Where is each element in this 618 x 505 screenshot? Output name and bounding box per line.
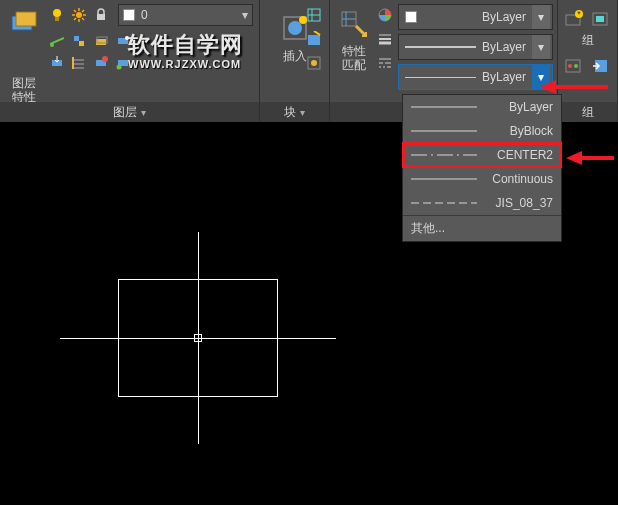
linetype-option-byblock[interactable]: ByBlock bbox=[403, 119, 561, 143]
linetype-option-jis[interactable]: JIS_08_37 bbox=[403, 191, 561, 215]
color-dropdown[interactable]: ByLayer ▾ bbox=[398, 4, 553, 30]
svg-rect-1 bbox=[16, 12, 36, 26]
color-icon[interactable] bbox=[376, 6, 394, 24]
svg-marker-53 bbox=[566, 151, 582, 165]
group-create-icon[interactable]: * bbox=[564, 8, 585, 30]
layer-tool-icon-2[interactable] bbox=[70, 32, 88, 50]
svg-rect-13 bbox=[97, 14, 105, 20]
layers-panel: 0 ▾ bbox=[0, 0, 260, 122]
linetype-icon[interactable] bbox=[376, 54, 394, 72]
layer-tool-icon-6[interactable] bbox=[70, 54, 88, 72]
svg-marker-51 bbox=[540, 80, 556, 94]
svg-point-20 bbox=[125, 36, 129, 40]
layer-tool-icon-8[interactable] bbox=[114, 54, 132, 72]
linetype-option-continuous[interactable]: Continuous bbox=[403, 167, 561, 191]
linetype-option-bylayer[interactable]: ByLayer bbox=[403, 95, 561, 119]
color-swatch bbox=[405, 11, 417, 23]
layer-combo-value: 0 bbox=[141, 8, 148, 22]
layer-freeze-icon[interactable] bbox=[70, 6, 88, 24]
svg-line-10 bbox=[82, 18, 84, 20]
lineweight-icon[interactable] bbox=[376, 30, 394, 48]
svg-rect-15 bbox=[74, 36, 79, 41]
linetype-dropdown[interactable]: ByLayer ▾ bbox=[398, 64, 553, 90]
linetype-option-other[interactable]: 其他... bbox=[403, 215, 561, 241]
svg-line-12 bbox=[82, 10, 84, 12]
svg-point-2 bbox=[53, 9, 61, 17]
group-panel-title[interactable]: 组 bbox=[558, 102, 617, 122]
color-value: ByLayer bbox=[417, 10, 532, 24]
linetype-value: ByLayer bbox=[482, 70, 532, 84]
group-tool-icon-4[interactable] bbox=[591, 55, 612, 77]
svg-rect-22 bbox=[72, 57, 74, 69]
cursor-pickbox bbox=[194, 334, 202, 342]
layer-tool-icon-3[interactable] bbox=[92, 32, 110, 50]
chevron-down-icon: ▾ bbox=[532, 35, 550, 59]
svg-point-28 bbox=[288, 21, 302, 35]
layer-tool-icon-7[interactable] bbox=[92, 54, 110, 72]
lineweight-value: ByLayer bbox=[482, 40, 532, 54]
layer-properties-icon[interactable] bbox=[6, 4, 42, 40]
svg-point-14 bbox=[50, 43, 54, 47]
block-panel: 插入 块▾ bbox=[260, 0, 330, 122]
layers-label-1: 图层 bbox=[6, 76, 42, 90]
svg-point-24 bbox=[102, 56, 108, 62]
chevron-down-icon: ▾ bbox=[242, 8, 248, 22]
svg-point-43 bbox=[574, 64, 578, 68]
chevron-down-icon: ▾ bbox=[300, 107, 305, 118]
block-panel-title[interactable]: 块▾ bbox=[260, 102, 329, 122]
layer-tool-icon-1[interactable] bbox=[48, 32, 66, 50]
linetype-dropdown-popup: ByLayer ByBlock CENTER2 Continuous JIS_0… bbox=[402, 94, 562, 242]
svg-point-33 bbox=[311, 60, 317, 66]
group-tool-icon-2[interactable] bbox=[591, 8, 612, 30]
linetype-option-center2[interactable]: CENTER2 bbox=[403, 143, 561, 167]
layer-tool-icon-4[interactable] bbox=[114, 32, 132, 50]
block-tool-icon-3[interactable] bbox=[305, 54, 323, 72]
props-label-2: 匹配 bbox=[336, 58, 372, 72]
block-tool-icon-2[interactable] bbox=[305, 30, 323, 48]
annotation-arrow-1 bbox=[540, 76, 610, 98]
layer-lock-icon[interactable] bbox=[92, 6, 110, 24]
chevron-down-icon: ▾ bbox=[141, 107, 146, 118]
svg-rect-16 bbox=[79, 41, 84, 46]
annotation-arrow-2 bbox=[566, 147, 616, 169]
layer-color-swatch bbox=[123, 9, 135, 21]
layer-on-icon[interactable] bbox=[48, 6, 66, 24]
group-tool-icon-3[interactable] bbox=[564, 55, 585, 77]
lineweight-dropdown[interactable]: ByLayer ▾ bbox=[398, 34, 553, 60]
linetype-preview bbox=[405, 77, 476, 78]
match-properties-icon[interactable] bbox=[336, 6, 372, 42]
chevron-down-icon: ▾ bbox=[532, 5, 550, 29]
layers-panel-title[interactable]: 图层▾ bbox=[0, 102, 259, 122]
layer-combo[interactable]: 0 ▾ bbox=[118, 4, 253, 26]
svg-rect-3 bbox=[55, 17, 59, 21]
svg-line-9 bbox=[74, 10, 76, 12]
svg-rect-31 bbox=[308, 35, 320, 45]
group-label: 组 bbox=[564, 32, 611, 49]
svg-point-42 bbox=[568, 64, 572, 68]
layer-tool-icon-5[interactable] bbox=[48, 54, 66, 72]
props-label-1: 特性 bbox=[336, 44, 372, 58]
svg-rect-40 bbox=[596, 16, 604, 22]
svg-text:*: * bbox=[577, 9, 581, 19]
svg-point-4 bbox=[76, 12, 82, 18]
group-panel: * 组 组 bbox=[558, 0, 618, 122]
block-tool-icon-1[interactable] bbox=[305, 6, 323, 24]
lineweight-preview bbox=[405, 46, 476, 48]
svg-point-26 bbox=[117, 65, 122, 70]
svg-line-11 bbox=[74, 18, 76, 20]
